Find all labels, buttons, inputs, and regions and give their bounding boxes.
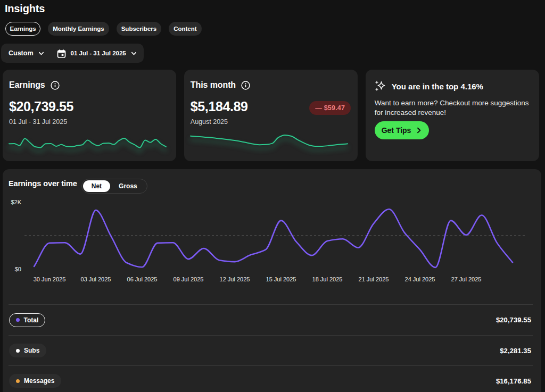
this-month-card: This month $5,184.89 August 2025 — $59.4… bbox=[184, 70, 358, 161]
series-legend: Total$20,739.55Subs$2,281.35Messages$16,… bbox=[9, 304, 533, 392]
insights-tabs: EarningsMonthly EarningsSubscribersConte… bbox=[5, 22, 202, 36]
info-icon bbox=[241, 81, 250, 90]
calendar-icon bbox=[57, 49, 66, 58]
x-tick-12-jul-2025: 12 Jul 2025 bbox=[220, 276, 250, 282]
earnings-subtitle: 01 Jul - 31 Jul 2025 bbox=[9, 118, 167, 126]
earnings-card: Earnings $20,739.55 01 Jul - 31 Jul 2025 bbox=[3, 70, 176, 161]
legend-row-subs: Subs$2,281.35 bbox=[9, 335, 533, 365]
x-tick-03-jul-2025: 03 Jul 2025 bbox=[81, 276, 111, 282]
get-tips-button[interactable]: Get Tips bbox=[375, 121, 430, 139]
y-tick--2k: $2K bbox=[11, 199, 21, 205]
y-tick--0: $0 bbox=[15, 266, 21, 272]
legend-value-total: $20,739.55 bbox=[496, 316, 531, 324]
earnings-line-chart: $0$2K30 Jun 202503 Jul 202506 Jul 202509… bbox=[3, 190, 541, 297]
earnings-info-button[interactable] bbox=[51, 81, 60, 90]
x-tick-30-jun-2025: 30 Jun 2025 bbox=[34, 276, 66, 282]
get-tips-label: Get Tips bbox=[382, 126, 411, 135]
tab-content[interactable]: Content bbox=[169, 22, 201, 36]
legend-row-total: Total$20,739.55 bbox=[9, 304, 533, 335]
legend-value-messages: $16,176.85 bbox=[496, 377, 531, 385]
page-title: Insights bbox=[5, 3, 45, 15]
range-type-label: Custom bbox=[9, 49, 34, 57]
messages-dot-icon bbox=[16, 379, 20, 383]
x-tick-06-jul-2025: 06 Jul 2025 bbox=[127, 276, 158, 282]
loss-badge: — $59.47 bbox=[309, 101, 351, 115]
chevron-down-icon bbox=[131, 51, 137, 56]
this-month-info-button[interactable] bbox=[241, 81, 250, 90]
tab-monthly-earnings[interactable]: Monthly Earnings bbox=[48, 22, 109, 36]
this-month-sparkline bbox=[190, 131, 348, 154]
sparkle-icon bbox=[375, 80, 387, 93]
legend-label-messages: Messages bbox=[24, 377, 54, 385]
total-dot-icon bbox=[16, 318, 20, 322]
top-percent-body: Want to earn more? Checkout more suggest… bbox=[375, 98, 530, 117]
x-tick-15-jul-2025: 15 Jul 2025 bbox=[266, 276, 296, 282]
subs-dot-icon bbox=[16, 349, 20, 353]
x-tick-24-jul-2025: 24 Jul 2025 bbox=[405, 276, 435, 282]
this-month-card-title: This month bbox=[191, 80, 236, 90]
net-earnings-line bbox=[34, 209, 513, 268]
tab-subscribers[interactable]: Subscribers bbox=[117, 22, 161, 36]
legend-pill-subs[interactable]: Subs bbox=[9, 344, 46, 357]
date-range-label: 01 Jul - 31 Jul 2025 bbox=[71, 50, 126, 56]
spark2-line bbox=[191, 135, 348, 146]
this-month-subtitle: August 2025 bbox=[191, 118, 348, 126]
spark1-line bbox=[9, 138, 166, 147]
legend-value-subs: $2,281.35 bbox=[500, 347, 531, 355]
legend-label-total: Total bbox=[24, 316, 39, 324]
earnings-card-title: Earnings bbox=[9, 80, 45, 90]
earnings-over-time-title: Earnings over time bbox=[9, 179, 77, 188]
top-percent-title: You are in the top 4.16% bbox=[392, 82, 483, 91]
chevron-right-icon bbox=[416, 127, 422, 134]
info-icon bbox=[51, 81, 60, 90]
date-range-dropdown[interactable]: 01 Jul - 31 Jul 2025 bbox=[57, 49, 137, 58]
stat-cards-row: Earnings $20,739.55 01 Jul - 31 Jul 2025… bbox=[3, 70, 539, 161]
top-percent-card: You are in the top 4.16% Want to earn mo… bbox=[366, 70, 539, 161]
range-type-dropdown[interactable]: Custom bbox=[9, 49, 44, 57]
insights-page: Insights EarningsMonthly EarningsSubscri… bbox=[0, 0, 545, 392]
legend-row-messages: Messages$16,176.85 bbox=[9, 365, 533, 392]
x-tick-18-jul-2025: 18 Jul 2025 bbox=[312, 276, 343, 282]
earnings-value: $20,739.55 bbox=[9, 99, 167, 114]
date-filter-bar: Custom 01 Jul - 31 Jul 2025 bbox=[1, 44, 144, 63]
earnings-sparkline bbox=[9, 131, 167, 154]
legend-pill-total[interactable]: Total bbox=[9, 313, 45, 327]
x-tick-27-jul-2025: 27 Jul 2025 bbox=[451, 276, 482, 282]
chevron-down-icon bbox=[38, 51, 44, 56]
legend-pill-messages[interactable]: Messages bbox=[9, 374, 61, 388]
x-tick-21-jul-2025: 21 Jul 2025 bbox=[359, 276, 389, 282]
top-percent-header: You are in the top 4.16% bbox=[372, 80, 530, 93]
earnings-over-time-card: Earnings over time NetGross $0$2K30 Jun … bbox=[3, 169, 541, 392]
legend-label-subs: Subs bbox=[24, 347, 39, 354]
tab-earnings[interactable]: Earnings bbox=[5, 22, 40, 36]
earnings-card-header: Earnings bbox=[9, 80, 167, 90]
this-month-card-header: This month bbox=[191, 80, 348, 90]
x-tick-09-jul-2025: 09 Jul 2025 bbox=[174, 276, 204, 282]
